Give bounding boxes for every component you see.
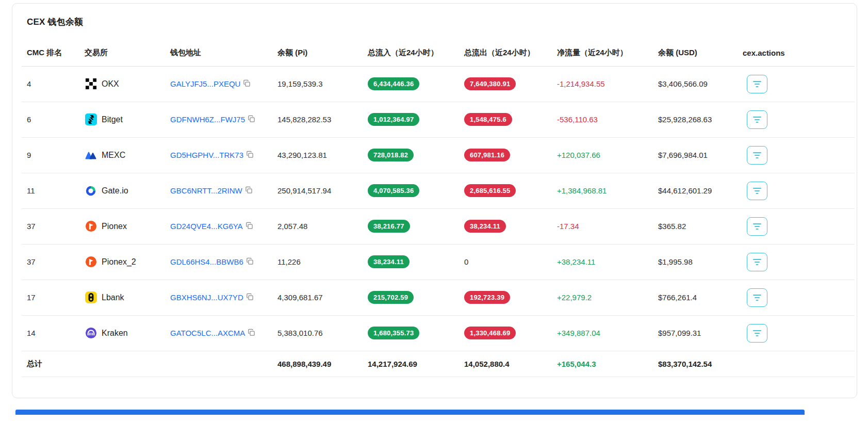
balance-pi: 5,383,010.76 [272, 315, 363, 351]
copy-icon[interactable] [248, 329, 255, 336]
net-flow-value: +349,887.04 [557, 329, 600, 337]
inflow-badge: 1,680,355.73 [368, 327, 419, 339]
filter-action-button[interactable] [747, 288, 767, 307]
balance-pi: 145,828,282.53 [272, 102, 363, 137]
cex-wallet-balance-card: CEX 钱包余额 CMC 排名 交易所 钱包地址 余额 (Pi) 总流入（近24… [12, 3, 857, 398]
okx-logo-icon [85, 78, 97, 90]
copy-icon[interactable] [246, 151, 254, 158]
balance-usd: $957,099.31 [653, 315, 738, 351]
totals-balance-usd: $83,370,142.54 [653, 351, 738, 377]
cmc-rank: 17 [22, 280, 79, 315]
outflow-value: 0 [464, 257, 469, 266]
header-netflow-24h: 净流量（近24小时） [552, 40, 653, 66]
balance-usd: $25,928,268.63 [653, 102, 738, 137]
inflow-badge: 38,234.11 [368, 255, 410, 268]
balance-pi: 2,057.48 [272, 208, 363, 244]
header-outflow-24h: 总流出（近24小时） [459, 40, 552, 66]
inflow-badge: 1,012,364.97 [368, 113, 419, 126]
inflow-badge: 4,070,585.36 [368, 184, 419, 197]
filter-action-button[interactable] [747, 75, 767, 93]
totals-inflow: 14,217,924.69 [363, 351, 459, 377]
copy-icon[interactable] [245, 222, 253, 230]
outflow-badge: 2,685,616.55 [464, 184, 516, 197]
net-flow-value: -536,110.63 [557, 115, 598, 124]
page-title: CEX 钱包余额 [22, 16, 857, 28]
kraken-logo-icon [85, 327, 97, 339]
exchange-name: Kraken [102, 329, 128, 338]
inflow-badge: 6,434,446.36 [368, 77, 419, 90]
copy-icon[interactable] [246, 257, 254, 265]
outflow-badge: 607,981.16 [464, 149, 510, 161]
net-flow-value: -1,214,934.55 [557, 79, 605, 88]
header-wallet-address: 钱包地址 [165, 40, 272, 66]
cmc-rank: 6 [22, 102, 79, 137]
balance-pi: 19,159,539.3 [272, 66, 363, 102]
lbank-logo-icon [85, 291, 97, 304]
header-balance-usd: 余额 (USD) [653, 40, 738, 66]
filter-action-button[interactable] [747, 110, 767, 129]
balance-usd: $1,995.98 [653, 244, 738, 280]
table-row: 17 Lbank GBXHS6NJ...UX7YD 4,309,681.67 2… [22, 280, 855, 315]
copy-icon[interactable] [246, 293, 254, 301]
table-header-row: CMC 排名 交易所 钱包地址 余额 (Pi) 总流入（近24小时） 总流出（近… [22, 40, 855, 66]
mexc-logo-icon [85, 149, 97, 161]
balance-pi: 250,914,517.94 [272, 173, 363, 208]
wallet-address-link[interactable]: GALYJFJ5...PXEQU [170, 79, 240, 88]
wallet-address-link[interactable]: GDFNWH6Z...FWJ75 [170, 115, 245, 124]
exchange-name: Lbank [102, 293, 124, 302]
cmc-rank: 37 [22, 208, 79, 244]
copy-icon[interactable] [243, 79, 251, 87]
table-row: 11 Gate.io GBC6NRTT...2RINW 250,914,517.… [22, 173, 855, 208]
filter-action-button[interactable] [747, 217, 767, 236]
gateio-logo-icon [85, 185, 97, 197]
outflow-badge: 192,723.39 [464, 291, 510, 304]
exchange-name: Pionex_2 [102, 257, 136, 267]
inflow-badge: 38,216.77 [368, 220, 410, 233]
wallet-address-link[interactable]: GD24QVE4...KG6YA [170, 222, 243, 231]
totals-outflow: 14,052,880.4 [459, 351, 552, 377]
net-flow-value: +1,384,968.81 [557, 186, 607, 195]
filter-action-button[interactable] [747, 182, 767, 200]
table-row: 9 MEXC GD5HGPHV...TRK73 43,290,123.81 72… [22, 137, 855, 173]
header-inflow-24h: 总流入（近24小时） [363, 40, 459, 66]
outflow-badge: 38,234.11 [464, 220, 506, 233]
balance-pi: 4,309,681.67 [272, 280, 363, 315]
filter-action-button[interactable] [747, 324, 767, 343]
filter-action-button[interactable] [747, 146, 767, 165]
wallet-address-link[interactable]: GATOC5LC...AXCMA [170, 329, 245, 337]
table-row: 4 OKX GALYJFJ5...PXEQU 19,159,539.3 6,43… [22, 66, 855, 102]
header-cmc-rank: CMC 排名 [22, 40, 79, 66]
wallet-address-link[interactable]: GBC6NRTT...2RINW [170, 186, 242, 195]
copy-icon[interactable] [248, 115, 255, 123]
wallet-address-link[interactable]: GBXHS6NJ...UX7YD [170, 293, 243, 302]
exchange-name: Pionex [102, 222, 127, 231]
bitget-logo-icon [85, 113, 97, 126]
outflow-badge: 1,330,468.69 [464, 327, 516, 339]
wallet-address-link[interactable]: GDL66HS4...BBWB6 [170, 257, 243, 266]
copy-icon[interactable] [245, 186, 253, 194]
balance-usd: $44,612,601.29 [653, 173, 738, 208]
wallet-address-link[interactable]: GD5HGPHV...TRK73 [170, 151, 243, 159]
exchange-name: Gate.io [102, 186, 128, 196]
header-exchange: 交易所 [79, 40, 165, 66]
balance-usd: $3,406,566.09 [653, 66, 738, 102]
net-flow-value: +38,234.11 [557, 257, 595, 266]
outflow-badge: 1,548,475.6 [464, 113, 512, 126]
exchange-name: OKX [102, 79, 119, 89]
balance-pi: 11,226 [272, 244, 363, 280]
table-row: 37 Pionex_2 GDL66HS4...BBWB6 11,226 38,2… [22, 244, 855, 280]
cmc-rank: 14 [22, 315, 79, 351]
outflow-badge: 7,649,380.91 [464, 77, 516, 90]
pionex-logo-icon [85, 256, 97, 268]
balance-usd: $7,696,984.01 [653, 137, 738, 173]
filter-action-button[interactable] [747, 253, 767, 271]
net-flow-value: +22,979.2 [557, 293, 592, 302]
cmc-rank: 37 [22, 244, 79, 280]
totals-row: 总计 468,898,439.49 14,217,924.69 14,052,8… [22, 351, 855, 377]
cex-wallet-table: CMC 排名 交易所 钱包地址 余额 (Pi) 总流入（近24小时） 总流出（近… [22, 40, 855, 377]
header-cex-actions: cex.actions [738, 40, 855, 66]
totals-label: 总计 [22, 351, 79, 377]
exchange-name: Bitget [102, 115, 123, 124]
cmc-rank: 4 [22, 66, 79, 102]
table-row: 6 Bitget GDFNWH6Z...FWJ75 145,828,282.53… [22, 102, 855, 137]
